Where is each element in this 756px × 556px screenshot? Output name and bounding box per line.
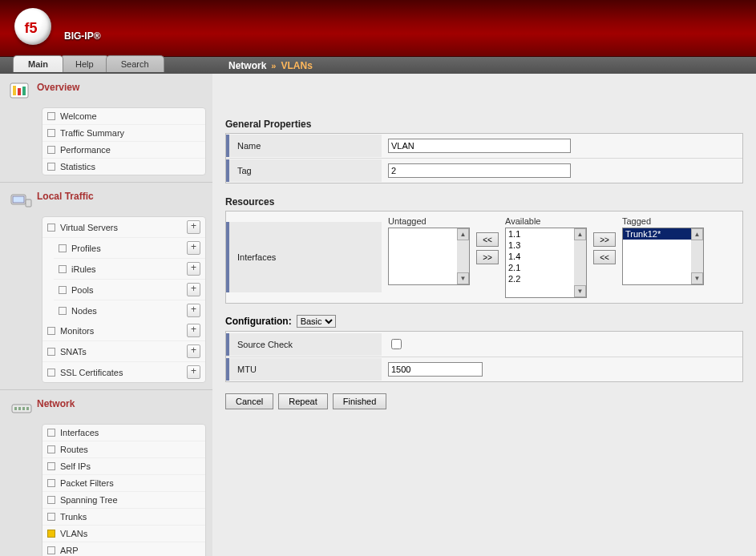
move-from-untagged-button[interactable]: >> xyxy=(476,250,499,264)
add-icon[interactable]: + xyxy=(187,324,200,337)
svg-rect-3 xyxy=(18,88,21,95)
finished-button[interactable]: Finished xyxy=(333,393,387,409)
scroll-up-icon[interactable]: ▲ xyxy=(574,228,586,240)
svg-rect-12 xyxy=(26,407,29,410)
sidebar-item-traffic-summary[interactable]: Traffic Summary xyxy=(42,125,205,142)
move-to-untagged-button[interactable]: << xyxy=(476,232,499,247)
scroll-down-icon[interactable]: ▼ xyxy=(457,272,469,284)
breadcrumb: Network » VLANs xyxy=(212,57,313,75)
content-pane: General Properties Name Tag Resources In… xyxy=(212,74,756,556)
general-properties-heading: General Properties xyxy=(225,119,743,130)
sidebar-item-vlans[interactable]: VLANs xyxy=(42,526,205,542)
sidebar-item-statistics[interactable]: Statistics xyxy=(42,159,205,175)
breadcrumb-sep: » xyxy=(271,61,276,71)
sidebar-item-irules[interactable]: iRules+ xyxy=(54,259,205,280)
svg-rect-2 xyxy=(13,86,16,95)
add-icon[interactable]: + xyxy=(187,304,200,317)
svg-text:f5: f5 xyxy=(25,20,38,36)
svg-rect-10 xyxy=(18,407,21,410)
svg-rect-6 xyxy=(13,196,24,203)
move-from-tagged-button[interactable]: << xyxy=(593,250,616,264)
breadcrumb-level2[interactable]: VLANs xyxy=(281,60,312,71)
tag-input[interactable] xyxy=(388,163,571,178)
breadcrumb-level1[interactable]: Network xyxy=(228,60,266,71)
configuration-box: Source Check MTU xyxy=(225,331,743,382)
configuration-select[interactable]: Basic xyxy=(297,315,336,328)
local-traffic-title: Local Traffic xyxy=(37,187,94,202)
sidebar-item-pools[interactable]: Pools+ xyxy=(54,280,205,300)
overview-title: Overview xyxy=(37,79,79,93)
scroll-down-icon[interactable]: ▼ xyxy=(574,285,586,297)
overview-icon xyxy=(6,79,37,104)
svg-rect-9 xyxy=(14,407,17,410)
add-icon[interactable]: + xyxy=(187,283,200,296)
add-icon[interactable]: + xyxy=(187,365,200,379)
sidebar-item-performance[interactable]: Performance xyxy=(42,142,205,159)
sidebar-item-nodes[interactable]: Nodes+ xyxy=(54,300,205,320)
general-properties-box: Name Tag xyxy=(225,133,743,183)
add-icon[interactable]: + xyxy=(187,241,200,255)
network-icon xyxy=(6,395,37,421)
name-label: Name xyxy=(226,135,382,157)
tagged-listbox[interactable]: Trunk12*▲▼ xyxy=(622,228,704,285)
available-listbox[interactable]: 1.11.31.42.12.2▲▼ xyxy=(505,228,587,298)
untagged-label: Untagged xyxy=(388,216,470,226)
add-icon[interactable]: + xyxy=(187,344,200,358)
source-check-label: Source Check xyxy=(226,333,382,356)
scroll-up-icon[interactable]: ▲ xyxy=(457,228,469,240)
untagged-listbox[interactable]: ▲▼ xyxy=(388,228,470,285)
sidebar-group-local-traffic: Local Traffic Virtual Servers+Profiles+i… xyxy=(0,183,212,390)
tab-row: Main Help Search Network » VLANs xyxy=(0,57,756,75)
sidebar-group-overview: Overview WelcomeTraffic SummaryPerforman… xyxy=(0,74,212,183)
mtu-input[interactable] xyxy=(388,362,483,377)
interfaces-label: Interfaces xyxy=(226,222,382,292)
cancel-button[interactable]: Cancel xyxy=(225,393,273,409)
sidebar-item-monitors[interactable]: Monitors+ xyxy=(42,320,205,341)
resources-box: Interfaces Untagged ▲▼ << >> xyxy=(225,211,743,304)
scroll-up-icon[interactable]: ▲ xyxy=(691,228,703,240)
sidebar: Overview WelcomeTraffic SummaryPerforman… xyxy=(0,74,212,556)
configuration-line: Configuration: Basic xyxy=(225,315,743,328)
sidebar-item-trunks[interactable]: Trunks xyxy=(42,509,205,526)
sidebar-item-welcome[interactable]: Welcome xyxy=(42,108,205,125)
sidebar-item-ssl-certificates[interactable]: SSL Certificates+ xyxy=(42,362,205,382)
sidebar-item-virtual-servers[interactable]: Virtual Servers+ xyxy=(42,217,205,238)
sidebar-group-network: Network InterfacesRoutesSelf IPsPacket F… xyxy=(0,390,212,556)
sidebar-item-profiles[interactable]: Profiles+ xyxy=(54,238,205,259)
tagged-label: Tagged xyxy=(622,216,704,226)
sidebar-item-interfaces[interactable]: Interfaces xyxy=(42,425,205,441)
local-traffic-icon xyxy=(6,187,37,213)
svg-rect-4 xyxy=(22,87,26,95)
move-to-tagged-button[interactable]: >> xyxy=(593,232,616,247)
available-label: Available xyxy=(505,216,587,226)
add-icon[interactable]: + xyxy=(187,262,200,276)
sidebar-item-packet-filters[interactable]: Packet Filters xyxy=(42,475,205,492)
repeat-button[interactable]: Repeat xyxy=(278,393,327,409)
sidebar-item-routes[interactable]: Routes xyxy=(42,441,205,458)
scroll-down-icon[interactable]: ▼ xyxy=(691,272,703,284)
brand-bar: f5 BIG-IP® xyxy=(0,0,756,57)
tab-search[interactable]: Search xyxy=(106,55,164,72)
product-title: BIG-IP® xyxy=(64,30,101,42)
add-icon[interactable]: + xyxy=(187,220,200,234)
name-input[interactable] xyxy=(388,139,571,153)
tab-help[interactable]: Help xyxy=(60,55,109,72)
svg-rect-11 xyxy=(22,407,25,410)
network-title: Network xyxy=(37,395,75,409)
mtu-label: MTU xyxy=(226,358,382,381)
sidebar-item-snats[interactable]: SNATs+ xyxy=(42,341,205,362)
sidebar-item-self-ips[interactable]: Self IPs xyxy=(42,458,205,475)
tag-label: Tag xyxy=(226,159,382,182)
source-check-checkbox[interactable] xyxy=(391,339,402,349)
sidebar-item-spanning-tree[interactable]: Spanning Tree xyxy=(42,492,205,509)
sidebar-item-arp[interactable]: ARP xyxy=(42,542,205,556)
resources-heading: Resources xyxy=(225,196,743,207)
configuration-label: Configuration: xyxy=(225,316,292,327)
f5-logo: f5 xyxy=(14,8,51,45)
tab-main[interactable]: Main xyxy=(13,55,63,72)
svg-rect-7 xyxy=(26,199,31,207)
